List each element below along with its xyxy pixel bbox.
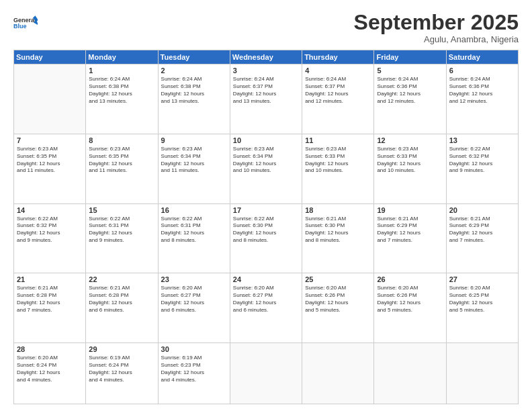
calendar-cell: 9Sunrise: 6:23 AMSunset: 6:34 PMDaylight… bbox=[158, 134, 230, 203]
calendar-cell bbox=[446, 343, 518, 404]
day-info: Sunrise: 6:22 AMSunset: 6:31 PMDaylight:… bbox=[89, 216, 154, 244]
calendar-cell bbox=[302, 343, 374, 404]
day-info: Sunrise: 6:20 AMSunset: 6:26 PMDaylight:… bbox=[305, 285, 371, 314]
subtitle: Agulu, Anambra, Nigeria bbox=[354, 34, 519, 44]
day-number: 10 bbox=[233, 136, 299, 144]
day-number: 7 bbox=[17, 136, 83, 144]
day-info: Sunrise: 6:22 AMSunset: 6:32 PMDaylight:… bbox=[17, 216, 83, 244]
day-info: Sunrise: 6:23 AMSunset: 6:33 PMDaylight:… bbox=[377, 146, 443, 175]
day-number: 9 bbox=[161, 136, 227, 144]
calendar-cell bbox=[14, 64, 86, 134]
calendar-cell: 21Sunrise: 6:21 AMSunset: 6:28 PMDayligh… bbox=[14, 273, 86, 343]
header-monday: Monday bbox=[86, 50, 158, 64]
day-info: Sunrise: 6:24 AMSunset: 6:37 PMDaylight:… bbox=[233, 76, 299, 105]
day-info: Sunrise: 6:20 AMSunset: 6:27 PMDaylight:… bbox=[161, 285, 227, 314]
day-number: 8 bbox=[89, 136, 154, 144]
day-number: 4 bbox=[305, 66, 371, 75]
day-number: 11 bbox=[305, 136, 371, 144]
day-info: Sunrise: 6:21 AMSunset: 6:29 PMDaylight:… bbox=[377, 216, 443, 244]
week-row-5: 28Sunrise: 6:20 AMSunset: 6:24 PMDayligh… bbox=[14, 343, 519, 404]
day-info: Sunrise: 6:20 AMSunset: 6:26 PMDaylight:… bbox=[377, 285, 443, 314]
calendar-cell: 25Sunrise: 6:20 AMSunset: 6:26 PMDayligh… bbox=[302, 273, 374, 343]
day-info: Sunrise: 6:23 AMSunset: 6:35 PMDaylight:… bbox=[17, 146, 83, 175]
page: General Blue September 2025 Agulu, Anamb… bbox=[0, 0, 532, 411]
day-number: 28 bbox=[17, 345, 83, 353]
calendar-cell: 2Sunrise: 6:24 AMSunset: 6:38 PMDaylight… bbox=[158, 64, 230, 134]
calendar-cell: 20Sunrise: 6:21 AMSunset: 6:29 PMDayligh… bbox=[446, 203, 518, 273]
day-number: 2 bbox=[161, 66, 227, 75]
day-info: Sunrise: 6:21 AMSunset: 6:28 PMDaylight:… bbox=[89, 285, 154, 314]
calendar-cell: 23Sunrise: 6:20 AMSunset: 6:27 PMDayligh… bbox=[158, 273, 230, 343]
day-number: 29 bbox=[89, 345, 154, 353]
calendar-cell bbox=[230, 343, 302, 404]
day-number: 30 bbox=[161, 345, 227, 353]
calendar-cell: 4Sunrise: 6:24 AMSunset: 6:37 PMDaylight… bbox=[302, 64, 374, 134]
calendar-cell: 11Sunrise: 6:23 AMSunset: 6:33 PMDayligh… bbox=[302, 134, 374, 203]
calendar-header: SundayMondayTuesdayWednesdayThursdayFrid… bbox=[14, 50, 519, 64]
day-info: Sunrise: 6:20 AMSunset: 6:27 PMDaylight:… bbox=[233, 285, 299, 314]
day-info: Sunrise: 6:19 AMSunset: 6:23 PMDaylight:… bbox=[161, 355, 227, 383]
day-number: 6 bbox=[449, 66, 515, 75]
header-friday: Friday bbox=[374, 50, 446, 64]
day-number: 24 bbox=[233, 275, 299, 283]
day-info: Sunrise: 6:24 AMSunset: 6:37 PMDaylight:… bbox=[305, 76, 371, 105]
day-info: Sunrise: 6:21 AMSunset: 6:29 PMDaylight:… bbox=[449, 216, 515, 244]
header-sunday: Sunday bbox=[14, 50, 86, 64]
week-row-2: 7Sunrise: 6:23 AMSunset: 6:35 PMDaylight… bbox=[14, 134, 519, 203]
calendar-cell: 22Sunrise: 6:21 AMSunset: 6:28 PMDayligh… bbox=[86, 273, 158, 343]
day-number: 20 bbox=[449, 206, 515, 214]
week-row-3: 14Sunrise: 6:22 AMSunset: 6:32 PMDayligh… bbox=[14, 203, 519, 273]
calendar-cell: 30Sunrise: 6:19 AMSunset: 6:23 PMDayligh… bbox=[158, 343, 230, 404]
calendar-cell: 3Sunrise: 6:24 AMSunset: 6:37 PMDaylight… bbox=[230, 64, 302, 134]
calendar-cell: 8Sunrise: 6:23 AMSunset: 6:35 PMDaylight… bbox=[86, 134, 158, 203]
calendar-cell bbox=[374, 343, 446, 404]
day-number: 12 bbox=[377, 136, 443, 144]
day-info: Sunrise: 6:19 AMSunset: 6:24 PMDaylight:… bbox=[89, 355, 154, 383]
day-info: Sunrise: 6:21 AMSunset: 6:30 PMDaylight:… bbox=[305, 216, 371, 244]
calendar-cell: 7Sunrise: 6:23 AMSunset: 6:35 PMDaylight… bbox=[14, 134, 86, 203]
day-number: 19 bbox=[377, 206, 443, 214]
day-info: Sunrise: 6:23 AMSunset: 6:35 PMDaylight:… bbox=[89, 146, 154, 175]
day-number: 18 bbox=[305, 206, 371, 214]
calendar-cell: 27Sunrise: 6:20 AMSunset: 6:25 PMDayligh… bbox=[446, 273, 518, 343]
day-number: 15 bbox=[89, 206, 154, 214]
calendar-cell: 1Sunrise: 6:24 AMSunset: 6:38 PMDaylight… bbox=[86, 64, 158, 134]
logo-icon: General Blue bbox=[13, 11, 38, 35]
calendar-cell: 28Sunrise: 6:20 AMSunset: 6:24 PMDayligh… bbox=[14, 343, 86, 404]
day-number: 14 bbox=[17, 206, 83, 214]
day-number: 17 bbox=[233, 206, 299, 214]
header-thursday: Thursday bbox=[302, 50, 374, 64]
day-info: Sunrise: 6:22 AMSunset: 6:31 PMDaylight:… bbox=[161, 216, 227, 244]
day-info: Sunrise: 6:20 AMSunset: 6:24 PMDaylight:… bbox=[17, 355, 83, 383]
day-info: Sunrise: 6:23 AMSunset: 6:34 PMDaylight:… bbox=[233, 146, 299, 175]
day-info: Sunrise: 6:24 AMSunset: 6:38 PMDaylight:… bbox=[89, 76, 154, 105]
day-number: 23 bbox=[161, 275, 227, 283]
calendar-cell: 17Sunrise: 6:22 AMSunset: 6:30 PMDayligh… bbox=[230, 203, 302, 273]
day-number: 13 bbox=[449, 136, 515, 144]
day-number: 22 bbox=[89, 275, 154, 283]
header-wednesday: Wednesday bbox=[230, 50, 302, 64]
day-info: Sunrise: 6:24 AMSunset: 6:36 PMDaylight:… bbox=[377, 76, 443, 105]
day-number: 5 bbox=[377, 66, 443, 75]
calendar-cell: 15Sunrise: 6:22 AMSunset: 6:31 PMDayligh… bbox=[86, 203, 158, 273]
title-block: September 2025 Agulu, Anambra, Nigeria bbox=[354, 11, 519, 44]
calendar-cell: 12Sunrise: 6:23 AMSunset: 6:33 PMDayligh… bbox=[374, 134, 446, 203]
day-info: Sunrise: 6:21 AMSunset: 6:28 PMDaylight:… bbox=[17, 285, 83, 314]
header-tuesday: Tuesday bbox=[158, 50, 230, 64]
day-number: 3 bbox=[233, 66, 299, 75]
svg-text:General: General bbox=[13, 17, 36, 24]
week-row-4: 21Sunrise: 6:21 AMSunset: 6:28 PMDayligh… bbox=[14, 273, 519, 343]
calendar-cell: 10Sunrise: 6:23 AMSunset: 6:34 PMDayligh… bbox=[230, 134, 302, 203]
calendar-cell: 29Sunrise: 6:19 AMSunset: 6:24 PMDayligh… bbox=[86, 343, 158, 404]
calendar-cell: 26Sunrise: 6:20 AMSunset: 6:26 PMDayligh… bbox=[374, 273, 446, 343]
svg-text:Blue: Blue bbox=[13, 23, 27, 30]
calendar-cell: 19Sunrise: 6:21 AMSunset: 6:29 PMDayligh… bbox=[374, 203, 446, 273]
calendar-cell: 5Sunrise: 6:24 AMSunset: 6:36 PMDaylight… bbox=[374, 64, 446, 134]
day-number: 25 bbox=[305, 275, 371, 283]
calendar-cell: 16Sunrise: 6:22 AMSunset: 6:31 PMDayligh… bbox=[158, 203, 230, 273]
day-info: Sunrise: 6:22 AMSunset: 6:30 PMDaylight:… bbox=[233, 216, 299, 244]
calendar-body: 1Sunrise: 6:24 AMSunset: 6:38 PMDaylight… bbox=[14, 64, 519, 404]
calendar-cell: 6Sunrise: 6:24 AMSunset: 6:36 PMDaylight… bbox=[446, 64, 518, 134]
day-number: 21 bbox=[17, 275, 83, 283]
day-number: 26 bbox=[377, 275, 443, 283]
